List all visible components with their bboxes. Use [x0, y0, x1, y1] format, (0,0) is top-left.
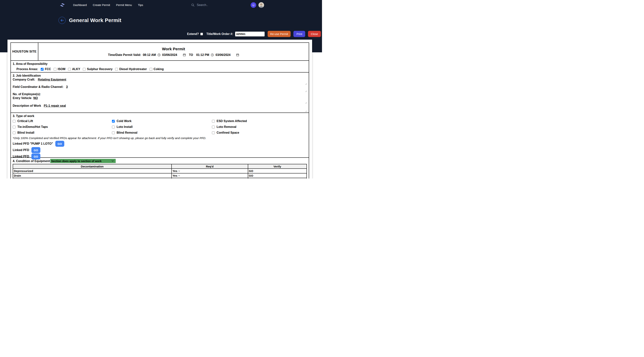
description-value[interactable]: P1-1 repair seal [44, 104, 66, 107]
field-coordinator-value[interactable]: 3 [66, 85, 68, 88]
checkbox-esd-system-affected[interactable] [212, 120, 215, 122]
avatar-photo [258, 2, 264, 8]
checkbox-blind-install[interactable] [13, 132, 16, 134]
table-header-row: Decontamination Req'd Verify [13, 164, 307, 168]
start-time-input[interactable]: 08:12 AM [143, 53, 156, 57]
decon-step-name: Drain [13, 173, 172, 178]
label-coking: Coking [154, 67, 164, 72]
description-line: Description of Work P1-1 repair seal [13, 104, 307, 108]
condition-apply-select[interactable]: Section does apply to section of work [50, 159, 116, 163]
pfd-go-button[interactable]: GO [55, 141, 64, 147]
checkbox-coking[interactable] [150, 68, 152, 71]
checkbox-tie-in-demo-hot-taps[interactable] [13, 126, 16, 128]
work-order-input[interactable] [235, 32, 265, 36]
clock-icon[interactable] [158, 54, 160, 56]
search-box [191, 3, 250, 7]
checkbox-loto-install[interactable] [112, 126, 115, 128]
section-type-of-work: 3. Type of work Critical Lift Cold Work … [11, 112, 309, 158]
nav-item-permit-menu[interactable]: Permit Menu [116, 3, 132, 6]
checkbox-alky[interactable] [68, 68, 71, 71]
company-craft-label: Company Craft: [13, 78, 36, 81]
linked-pfd-row: Linked PFD GO [13, 147, 307, 153]
arrow-left-icon [60, 19, 64, 22]
calendar-icon[interactable] [183, 54, 186, 56]
checkbox-isom[interactable] [54, 68, 56, 71]
company-craft-textarea[interactable] [13, 82, 307, 85]
table-row: Drain Yes GO [13, 173, 307, 178]
calendar-icon[interactable] [236, 54, 239, 56]
decontamination-table: Decontamination Req'd Verify Depressuriz… [13, 164, 307, 178]
pfd-go-button[interactable]: GO [32, 147, 40, 153]
nav-item-dashboard[interactable]: Dashboard [73, 3, 87, 6]
company-craft-value[interactable]: Rotating Equipment [38, 78, 66, 81]
section1-heading: 1. Area of Responsibility [13, 62, 307, 66]
field-coordinator-line: Field Coordinator & Radio Channel: 3 [13, 85, 307, 89]
checkbox-critical-lift[interactable] [13, 120, 16, 122]
header-reqd: Req'd [172, 164, 248, 168]
field-coordinator-label: Field Coordinator & Radio Channel: [13, 85, 64, 88]
condition-heading-row: 4. Condition of Equipment Section does a… [13, 159, 307, 163]
start-date-input[interactable]: 03/06/2024 [162, 53, 177, 57]
label-tie-in-demo-hot-taps: Tie-in/Demo/Hot Taps [18, 125, 48, 128]
nav-links: Dashboard Create Permit Permit Menu Tips [73, 3, 143, 6]
verify-go[interactable]: GO [248, 168, 307, 173]
work-type-grid: Critical Lift Cold Work ESD System Affec… [13, 120, 307, 134]
header-verify: Verify [248, 164, 307, 168]
description-label: Description of Work [13, 104, 42, 107]
end-date-input[interactable]: 03/06/2024 [216, 53, 230, 57]
checkbox-cold-work[interactable] [112, 120, 115, 122]
work-permit-form: HOUSTON SITE Work Permit Time/Date Permi… [10, 42, 309, 178]
close-button[interactable]: Close [308, 31, 321, 37]
notifications-button[interactable] [250, 2, 256, 8]
user-avatar[interactable] [258, 2, 264, 8]
verify-go[interactable]: GO [248, 178, 307, 178]
field-coordinator-textarea[interactable] [13, 89, 307, 92]
chevron-down-icon [112, 160, 114, 162]
label-sulphur-recovery: Sulphur Recovery [87, 67, 112, 72]
checkbox-sulphur-recovery[interactable] [83, 68, 86, 71]
form-header-main: Work Permit Time/Date Permit Valid: 08:1… [38, 43, 309, 60]
nav-item-create-permit[interactable]: Create Permit [93, 3, 110, 6]
entry-vehicle-value[interactable]: NO [34, 96, 38, 100]
search-icon [191, 3, 194, 7]
pfd-go-button[interactable]: GO [32, 154, 40, 160]
top-nav: Dashboard Create Permit Permit Menu Tips [60, 0, 264, 10]
label-confined-space: Confined Space [216, 131, 239, 134]
work-order-label: Title/Work Order #: [206, 32, 233, 36]
reqd-select[interactable]: Yes [172, 169, 180, 172]
label-diesel-hydrotreater: Diesel Hydrotreater [119, 67, 147, 72]
condition-apply-value: Section does apply to section of work [51, 160, 102, 162]
extend-checkbox[interactable] [200, 33, 203, 35]
checkbox-loto-removal[interactable] [212, 126, 215, 128]
form-title: Work Permit [38, 47, 309, 51]
chevron-down-icon [178, 170, 180, 172]
section-job-identification: 2. Job Identification Company Craft: Rot… [11, 72, 309, 112]
checkbox-confined-space[interactable] [212, 132, 215, 134]
entry-vehicle-textarea[interactable] [13, 100, 307, 104]
nav-item-tips[interactable]: Tips [138, 3, 143, 6]
decon-step-name: Purge [13, 178, 172, 178]
employees-line: No. of Employee(s): [13, 92, 307, 96]
verify-go[interactable]: GO [248, 173, 307, 178]
reqd-select[interactable]: Yes [172, 174, 180, 177]
section4-heading: 4. Condition of Equipment [13, 159, 50, 163]
clock-icon[interactable] [211, 54, 214, 56]
description-textarea[interactable] [13, 108, 307, 112]
checkbox-fcc[interactable] [41, 68, 44, 71]
section3-heading: 3. Type of work [13, 114, 307, 118]
checkbox-diesel-hydrotreater[interactable] [115, 68, 118, 71]
reqd-value: Yes [172, 169, 177, 172]
checkbox-blind-removal[interactable] [112, 132, 115, 134]
print-button[interactable]: Print [294, 31, 305, 37]
end-time-input[interactable]: 01:12 PM [196, 53, 209, 57]
header-decontamination: Decontamination [13, 164, 172, 168]
pfd-note: *Only 100% Completed and Verified PFDs a… [13, 136, 307, 140]
back-button[interactable] [58, 17, 66, 24]
reqd-value: Yes [172, 174, 177, 177]
search-input[interactable] [196, 3, 240, 7]
to-label: TO [189, 53, 193, 57]
reuse-permit-button[interactable]: Re-use Permit [268, 31, 291, 37]
label-cold-work: Cold Work [116, 120, 132, 123]
app-logo-icon[interactable] [60, 3, 65, 6]
form-header: HOUSTON SITE Work Permit Time/Date Permi… [11, 43, 309, 60]
